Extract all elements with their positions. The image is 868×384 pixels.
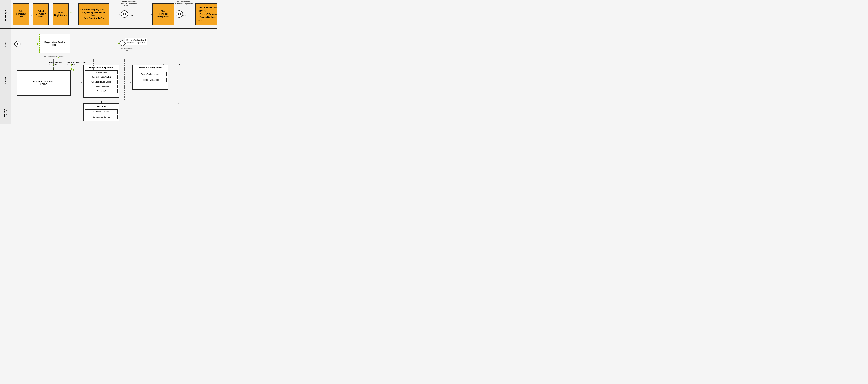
start-tech-box: Start Technical Integration [152,3,174,25]
cspb-body: Registration API CX - 0009 IAM & Access … [11,60,217,101]
arrow-2: → [49,14,52,18]
reg-service-cspb-box: Registration Service CSP-B [17,70,71,96]
confirm-successful-box: Receive Confirmation of Successful Regis… [125,38,147,45]
envelope-1: ✉ [121,10,128,18]
svg-marker-37 [179,64,180,66]
sso-label: SSO [69,11,73,13]
gxdch-lane: GXDCHProvider GXDCH Notarization Service… [0,101,217,124]
tech-integration-box: Technical Integration Create Technical U… [132,65,168,90]
osp-label: OSP [0,29,11,59]
create-wallet-step: Create Identity Wallet [85,75,118,79]
participant-body: Add Company Data → Select Company Role →… [11,0,217,29]
cspb-label: CSP-B [0,60,11,101]
svg-text:X: X [17,43,18,45]
gxdch-title: GXDCH [85,105,118,108]
cspb-to-approval [71,60,85,101]
osp-lane: OSP X Registration Service OSP [0,29,217,60]
submit-reg-box: Submit Registration [53,3,68,25]
diamond-x: X [14,41,21,47]
svg-marker-25 [16,82,17,83]
svg-marker-19 [118,42,120,44]
svg-marker-29 [130,82,132,83]
svg-marker-21 [53,68,54,70]
reg-approval-box: Registration Approval Create BPN Create … [83,65,119,98]
approval-title: Registration Approval [85,66,118,69]
gxdch-body: GXDCH Notarization Service Compliance Se… [11,101,217,124]
approval-to-tech [119,60,134,101]
if-osp-label: If registration via OSP [119,48,134,51]
diagram-container: Participant Add Company Data → Select Co… [0,0,217,124]
participant-lane: Participant Add Company Data → Select Co… [0,0,217,29]
svg-marker-39 [101,101,102,102]
gxdch-label-text: GXDCHProvider [3,108,7,117]
participant-label: Participant [0,0,11,29]
select-role-box: Select Company Role [33,3,49,25]
green-arrow-to-plus [107,29,126,60]
osp-green-arrow [21,29,42,60]
add-company-box: Add Company Data [13,3,29,25]
envelope-2: ✉ [176,10,183,18]
tech-title: Technical Integration [134,66,167,69]
cspb-entry-arrow [11,60,17,101]
create-bpn-step: Create BPN [85,70,118,74]
gxdch-label: GXDCHProvider [0,101,11,124]
osp-down-arrow [53,29,63,60]
register-connector-step: Register Connector [134,78,167,82]
notarization-step: Notarization Service [85,109,118,114]
compliance-step: Compliance Service [85,115,118,119]
arrow-1: → [29,14,32,18]
use-network-box: – Use Business Partner Network – Provide… [195,3,217,25]
clearing-step: Clearing House Check [85,80,118,84]
sso-if-label: SSO, if registration via OSP [44,56,64,57]
svg-marker-42 [178,103,180,104]
svg-marker-27 [81,82,83,83]
cspb-lane: CSP-B Registration API CX - 0009 IAM & A… [0,60,217,101]
create-tech-user-step: Create Technical User [134,72,167,76]
svg-marker-3 [119,13,121,15]
confirm-role-box: Confirm Company Role & Regulatory Framew… [78,3,109,25]
create-sd-step: Create SD [85,89,118,93]
opt-dashed-line [128,0,153,29]
osp-body: X Registration Service OSP SSO, if regis… [11,29,217,59]
svg-marker-13 [37,43,39,45]
create-credential-step: Create Credential [85,84,118,89]
gxdch-box: GXDCH Notarization Service Compliance Se… [83,103,119,121]
